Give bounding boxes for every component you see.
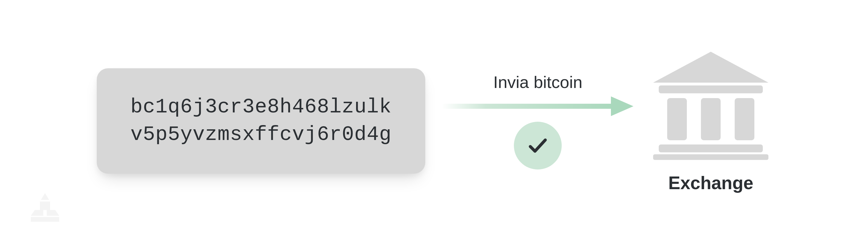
diagram-stage: bc1q6j3cr3e8h468lzulk v5p5yvzmsxffcvj6r0…: [0, 0, 868, 242]
success-badge: [514, 122, 562, 170]
svg-marker-11: [47, 210, 59, 216]
svg-rect-6: [735, 98, 754, 140]
check-icon: [527, 134, 549, 157]
svg-rect-14: [31, 217, 59, 222]
send-action-label: Invia bitcoin: [493, 72, 583, 92]
svg-marker-1: [611, 96, 633, 116]
corner-logo-icon: [28, 192, 62, 225]
address-line-1: bc1q6j3cr3e8h468lzulk: [130, 94, 392, 121]
exchange-label: Exchange: [668, 173, 753, 194]
exchange-block: Exchange: [650, 49, 771, 194]
svg-rect-5: [701, 98, 721, 140]
svg-marker-9: [41, 193, 49, 200]
svg-marker-13: [45, 202, 50, 210]
svg-rect-3: [659, 85, 763, 93]
svg-rect-4: [667, 98, 687, 140]
bank-icon: [650, 49, 771, 161]
arrow-right-icon: [442, 96, 633, 116]
svg-rect-0: [442, 104, 617, 109]
svg-rect-7: [659, 144, 763, 152]
address-line-2: v5p5yvzmsxffcvj6r0d4g: [130, 121, 392, 148]
svg-marker-10: [31, 210, 43, 216]
svg-marker-12: [40, 202, 45, 210]
bitcoin-address-card: bc1q6j3cr3e8h468lzulk v5p5yvzmsxffcvj6r0…: [97, 68, 425, 173]
svg-rect-8: [653, 154, 769, 160]
send-action-block: Invia bitcoin: [442, 72, 633, 170]
svg-marker-2: [653, 52, 769, 83]
